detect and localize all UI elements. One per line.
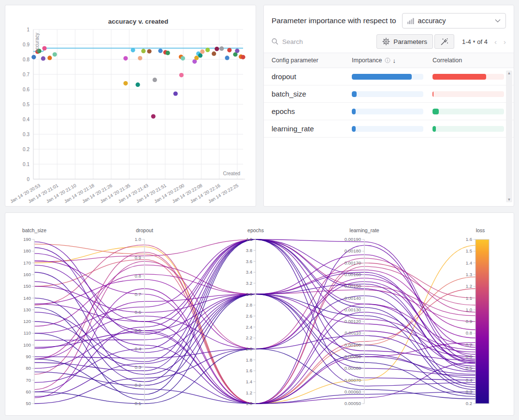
search-box[interactable] bbox=[272, 38, 376, 46]
parallel-coordinates-chart[interactable]: batch_size190180170160150140130120110100… bbox=[5, 213, 514, 415]
scatter-point[interactable] bbox=[219, 46, 224, 51]
axis-tick-label: 1.6 bbox=[466, 237, 472, 242]
scatter-point[interactable] bbox=[131, 48, 135, 52]
metric-select[interactable]: accuracy bbox=[402, 13, 506, 28]
axis-tick-label: 0.00120 bbox=[345, 319, 361, 324]
scatter-point[interactable] bbox=[194, 56, 199, 60]
axis-tick-label: 0.8 bbox=[466, 330, 472, 336]
axis-tick-label: 1.6 bbox=[246, 368, 252, 373]
axis-tick-label: 50 bbox=[26, 401, 31, 406]
axis-tick-label: 1.2 bbox=[466, 283, 472, 289]
bar-chart-icon bbox=[407, 18, 414, 24]
scatter-point[interactable] bbox=[47, 56, 52, 60]
loss-colorbar bbox=[476, 239, 489, 404]
scatter-point[interactable] bbox=[41, 56, 45, 61]
run-line[interactable] bbox=[34, 239, 476, 387]
scatter-point[interactable] bbox=[158, 49, 162, 53]
axis-tick-label: 0.9 bbox=[135, 255, 141, 260]
run-line[interactable] bbox=[34, 260, 476, 404]
axis-tick-label: 3.6 bbox=[246, 259, 252, 264]
scatter-point[interactable] bbox=[205, 48, 210, 52]
importance-header: Parameter importance with respect to acc… bbox=[264, 5, 514, 32]
run-line[interactable] bbox=[34, 239, 476, 392]
accuracy-vs-created-chart[interactable]: 00.10.20.30.40.50.60.70.80.91Jan 14 '20 … bbox=[5, 5, 256, 206]
sort-descending-icon[interactable]: ↓ bbox=[393, 57, 396, 64]
pagination-range[interactable]: 1-4 bbox=[462, 38, 471, 45]
axis-tick-label: 1.1 bbox=[466, 295, 472, 301]
axis-tick-label: 0.5 bbox=[466, 365, 472, 371]
scatter-point[interactable] bbox=[212, 52, 216, 56]
pagination-of: of 4 bbox=[477, 38, 488, 45]
run-line[interactable] bbox=[34, 272, 476, 364]
axis-tick-label: 100 bbox=[23, 342, 31, 348]
config-parameter-name: epochs bbox=[272, 107, 352, 115]
correlation-bar bbox=[432, 91, 504, 97]
scatter-point[interactable] bbox=[166, 51, 170, 55]
axis-tick-label: 0.00160 bbox=[345, 272, 361, 277]
y-tick-label: 0.4 bbox=[23, 117, 29, 122]
axis-tick-label: 3.4 bbox=[246, 269, 252, 275]
importance-table-row[interactable]: epochs bbox=[264, 103, 514, 120]
prev-page-chevron-icon[interactable]: ‹ bbox=[494, 38, 497, 46]
scatter-point[interactable] bbox=[200, 49, 204, 54]
importance-table-row[interactable]: dropout bbox=[264, 68, 514, 85]
axis-tick-label: 1.5 bbox=[466, 248, 472, 253]
importance-table-row[interactable]: batch_size bbox=[264, 85, 514, 103]
axis-tick-label: 0.2 bbox=[135, 382, 141, 388]
y-tick-label: 1 bbox=[27, 27, 29, 32]
scroll-up-icon[interactable]: ▲ bbox=[507, 71, 511, 75]
run-line[interactable] bbox=[34, 294, 476, 390]
axis-tick-label: 1.8 bbox=[246, 357, 252, 363]
axis-title: dropout bbox=[136, 227, 153, 233]
magic-wand-button[interactable] bbox=[434, 34, 454, 49]
scatter-point[interactable] bbox=[42, 46, 46, 50]
axis-tick-label: 140 bbox=[23, 295, 31, 301]
column-importance-sort[interactable]: Importance ↓ bbox=[352, 57, 432, 64]
parameters-button[interactable]: Parameters bbox=[376, 34, 433, 49]
scatter-point[interactable] bbox=[31, 55, 36, 59]
next-page-chevron-icon[interactable]: › bbox=[504, 38, 506, 46]
max-accuracy-line[interactable] bbox=[33, 48, 243, 52]
scatter-point[interactable] bbox=[141, 49, 145, 53]
run-line[interactable] bbox=[34, 349, 476, 404]
scatter-point[interactable] bbox=[225, 56, 229, 60]
config-parameter-name: learning_rate bbox=[272, 125, 352, 133]
correlation-bar bbox=[432, 74, 504, 80]
axis-tick-label: 80 bbox=[26, 365, 31, 371]
axis-tick-label: 0.7 bbox=[135, 292, 141, 297]
scatter-point[interactable] bbox=[241, 55, 245, 59]
scatter-point[interactable] bbox=[138, 56, 142, 60]
scatter-point[interactable] bbox=[53, 52, 57, 56]
importance-bar bbox=[352, 109, 423, 114]
scatter-point[interactable] bbox=[123, 81, 128, 85]
pagination[interactable]: 1-4 ▾ of 4 bbox=[462, 38, 488, 45]
y-axis-label: accuracy bbox=[34, 33, 40, 52]
axis-tick-label: 0.6 bbox=[135, 309, 141, 315]
scatter-point[interactable] bbox=[123, 56, 128, 60]
scroll-down-icon[interactable]: ▼ bbox=[507, 197, 511, 202]
scatter-point[interactable] bbox=[153, 78, 157, 82]
axis-tick-label: 0.00150 bbox=[345, 283, 361, 289]
scatter-point[interactable] bbox=[147, 49, 151, 54]
pagination-caret-icon[interactable]: ▾ bbox=[473, 39, 476, 44]
scatter-point[interactable] bbox=[181, 56, 185, 60]
axis-tick-label: 170 bbox=[23, 260, 31, 266]
vertical-scrollbar[interactable]: ▲ ▼ bbox=[506, 70, 512, 202]
scatter-point[interactable] bbox=[173, 91, 178, 96]
axis-tick-label: 0.4 bbox=[466, 378, 472, 383]
axis-tick-label: 0.00110 bbox=[345, 330, 361, 336]
chart-title: accuracy v. created bbox=[108, 18, 168, 25]
toolbar-buttons: Parameters bbox=[376, 34, 454, 49]
scatter-point[interactable] bbox=[235, 49, 239, 53]
scatter-point[interactable] bbox=[215, 47, 219, 51]
scatter-point[interactable] bbox=[227, 48, 231, 52]
scatter-point[interactable] bbox=[151, 114, 156, 119]
scatter-point[interactable] bbox=[179, 73, 184, 77]
panel-title: Parameter importance with respect to bbox=[272, 16, 396, 25]
importance-table-row[interactable]: learning_rate bbox=[264, 120, 514, 138]
scatter-point[interactable] bbox=[136, 83, 140, 87]
search-input[interactable] bbox=[281, 38, 341, 46]
scatter-point[interactable] bbox=[198, 53, 202, 57]
y-tick-label: 0.1 bbox=[23, 162, 29, 167]
run-line[interactable] bbox=[34, 265, 476, 360]
